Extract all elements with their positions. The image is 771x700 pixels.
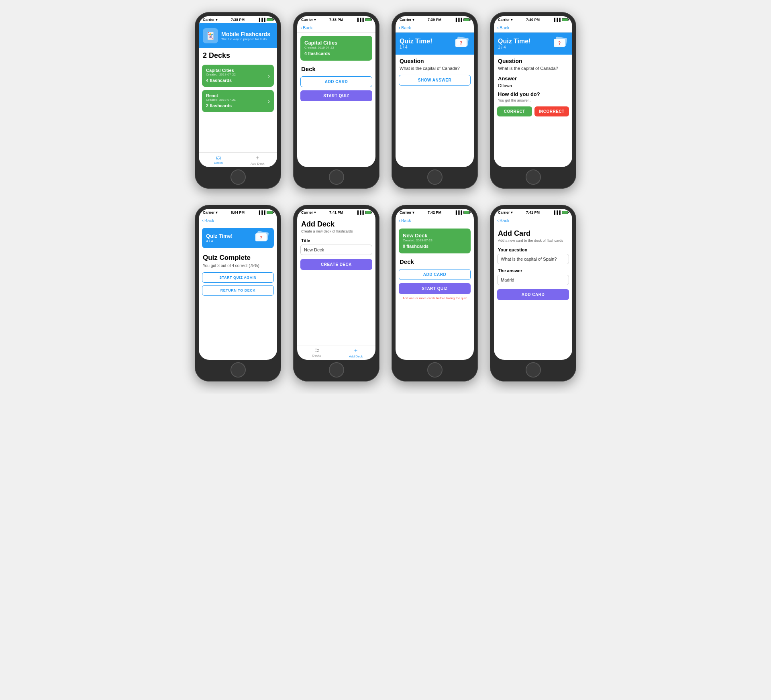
phone-7: Carrier ▾ 7:42 PM ▐▐▐ ‹ Back New Deck Cr… <box>392 205 478 382</box>
deck-item-1[interactable]: Capital Cities Created: 2019-07-22 4 fla… <box>202 65 274 87</box>
add-card-button-2[interactable]: ADD CARD <box>300 76 372 87</box>
new-deck-count: 0 flashcards <box>403 244 428 249</box>
answer-form-label: The answer <box>494 267 572 274</box>
phone-4-screen: Carrier ▾ 7:40 PM ▐▐▐ ‹ Back Quiz Time! … <box>494 16 572 167</box>
question-form-label: Your question <box>494 246 572 253</box>
howdidyoudo-label-4: How did you do? <box>494 90 572 98</box>
show-answer-button-3[interactable]: SHOW ANSWER <box>399 75 471 86</box>
time-4: 7:40 PM <box>526 18 540 22</box>
question-label-3: Question <box>396 55 474 65</box>
signal-icon-6: ▐▐▐ <box>356 210 364 214</box>
add-card-button-7[interactable]: ADD CARD <box>399 269 471 280</box>
carrier-label-8: Carrier ▾ <box>498 210 513 214</box>
status-icons-3: ▐▐▐ <box>455 18 470 22</box>
decks-tab-icon-6: 🗂 <box>314 347 320 353</box>
status-icons-1: ▐▐▐ <box>258 18 273 22</box>
deck-item-2[interactable]: React Created: 2019-07-21 2 flashcards › <box>202 90 274 112</box>
home-button-4[interactable] <box>526 169 541 185</box>
quiz-cards-icon-4: 🃏 ❓ <box>552 37 568 51</box>
time-1: 7:38 PM <box>231 18 245 22</box>
status-bar-3: Carrier ▾ 7:39 PM ▐▐▐ <box>396 16 474 23</box>
home-button-7[interactable] <box>427 362 443 378</box>
tab-add-deck-6[interactable]: ＋ Add Deck <box>337 347 376 358</box>
deck-item-2-text: React Created: 2019-07-21 2 flashcards <box>206 93 236 109</box>
add-deck-page-title: Add Deck <box>297 216 375 229</box>
start-quiz-button-2[interactable]: START QUIZ <box>300 90 372 101</box>
home-button-2[interactable] <box>329 169 344 185</box>
home-button-5[interactable] <box>230 362 246 378</box>
answer-input[interactable]: Madrid <box>497 275 569 285</box>
deck-title-label: Title <box>297 237 375 244</box>
battery-icon-8 <box>562 211 568 214</box>
time-2: 7:38 PM <box>329 18 343 22</box>
quiz-answer-content: Quiz Time! 1 / 4 🃏 ❓ Question What is th… <box>494 33 572 167</box>
quiz-header-small-left-5: Quiz Time! 4 / 4 <box>206 233 233 243</box>
signal-icon-7: ▐▐▐ <box>455 210 462 214</box>
back-label-2: Back <box>303 25 312 30</box>
battery-icon-5 <box>267 211 273 214</box>
status-icons-4: ▐▐▐ <box>553 18 568 22</box>
tab-decks-1[interactable]: 🗂 Decks <box>199 154 238 165</box>
back-button-3[interactable]: ‹ Back <box>399 25 411 31</box>
phone-6: Carrier ▾ 7:41 PM ▐▐▐ Add Deck Create a … <box>293 205 379 382</box>
home-button-1[interactable] <box>230 169 246 185</box>
add-card-button-8[interactable]: ADD CARD <box>497 289 569 300</box>
add-card-page-title: Add Card <box>494 225 572 239</box>
carrier-label-6: Carrier ▾ <box>301 210 316 214</box>
back-button-8[interactable]: ‹ Back <box>497 218 509 223</box>
add-deck-subtitle: Create a new deck of flashcards <box>297 229 375 237</box>
battery-icon-6 <box>365 211 371 214</box>
status-icons-6: ▐▐▐ <box>356 210 371 214</box>
status-icons-7: ▐▐▐ <box>455 210 470 214</box>
signal-icon-1: ▐▐▐ <box>258 18 265 22</box>
phone-1: Carrier ▾ 7:38 PM ▐▐▐ 🃏 Mobile Flashcard… <box>195 12 281 189</box>
return-button-5[interactable]: RETURN TO DECK <box>202 285 274 296</box>
signal-icon-2: ▐▐▐ <box>356 18 364 22</box>
question-input[interactable]: What is the capital of Spain? <box>497 254 569 264</box>
tab-decks-6[interactable]: 🗂 Decks <box>297 347 337 358</box>
start-quiz-button-7[interactable]: START QUIZ <box>399 283 471 294</box>
home-button-3[interactable] <box>427 169 443 185</box>
phone-7-screen: Carrier ▾ 7:42 PM ▐▐▐ ‹ Back New Deck Cr… <box>396 209 474 360</box>
quiz-question-content: Quiz Time! 1 / 4 🃏 ❓ Question What is th… <box>396 33 474 167</box>
phone-3-screen: Carrier ▾ 7:39 PM ▐▐▐ ‹ Back Quiz Time! … <box>396 16 474 167</box>
home-button-6[interactable] <box>329 362 344 378</box>
quiz-complete-sub-5: You got 3 out of 4 correct (75%) <box>199 263 277 271</box>
start-again-button-5[interactable]: START QUIZ AGAIN <box>202 272 274 283</box>
decks-tab-icon: 🗂 <box>216 154 221 161</box>
back-chevron-icon-2: ‹ <box>300 25 302 31</box>
deck-1-created: Created: 2019-07-22 <box>206 73 236 76</box>
back-button-4[interactable]: ‹ Back <box>497 25 509 31</box>
deck-item-1-text: Capital Cities Created: 2019-07-22 4 fla… <box>206 68 236 84</box>
home-button-8[interactable] <box>526 362 541 378</box>
back-button-7[interactable]: ‹ Back <box>399 218 411 223</box>
tab-add-deck-1[interactable]: ＋ Add Deck <box>238 154 277 165</box>
quiz-title-4: Quiz Time! <box>498 38 531 45</box>
time-5: 8:04 PM <box>231 210 245 214</box>
status-bar-1: Carrier ▾ 7:38 PM ▐▐▐ <box>199 16 277 23</box>
quiz-complete-content: Quiz Time! 4 / 4 🃏 ❓ Quiz Complete You g… <box>199 225 277 360</box>
deck-detail-header: Capital Cities Created: 2019-07-22 4 fla… <box>300 36 372 61</box>
nav-bar-2: ‹ Back <box>297 23 375 33</box>
phone-row-1: Carrier ▾ 7:38 PM ▐▐▐ 🃏 Mobile Flashcard… <box>195 12 576 189</box>
tab-decks-label-6: Decks <box>312 354 321 357</box>
back-button-2[interactable]: ‹ Back <box>300 25 312 31</box>
back-button-5[interactable]: ‹ Back <box>202 218 214 223</box>
carrier-label-4: Carrier ▾ <box>498 18 513 22</box>
back-chevron-icon-3: ‹ <box>399 25 400 31</box>
status-icons-8: ▐▐▐ <box>553 210 568 214</box>
deck-section-title-2: Deck <box>297 64 375 75</box>
carrier-label-1: Carrier ▾ <box>203 18 218 22</box>
deck-detail-name: Capital Cities <box>304 40 368 46</box>
new-deck-detail-content: New Deck Created: 2019-07-23 0 flashcard… <box>396 225 474 360</box>
phone-2: Carrier ▾ 7:38 PM ▐▐▐ ‹ Back Capital Cit… <box>293 12 379 189</box>
deck-title-input[interactable]: New Deck <box>300 245 372 255</box>
battery-icon-2 <box>365 18 371 21</box>
add-deck-content: Add Deck Create a new deck of flashcards… <box>297 216 375 360</box>
incorrect-button-4[interactable]: INCORRECT <box>534 106 569 116</box>
correct-button-4[interactable]: CORRECT <box>497 106 532 116</box>
status-bar-7: Carrier ▾ 7:42 PM ▐▐▐ <box>396 209 474 216</box>
card-front-4: ❓ <box>554 39 565 47</box>
status-bar-2: Carrier ▾ 7:38 PM ▐▐▐ <box>297 16 375 23</box>
create-deck-button[interactable]: CREATE DECK <box>300 259 372 270</box>
